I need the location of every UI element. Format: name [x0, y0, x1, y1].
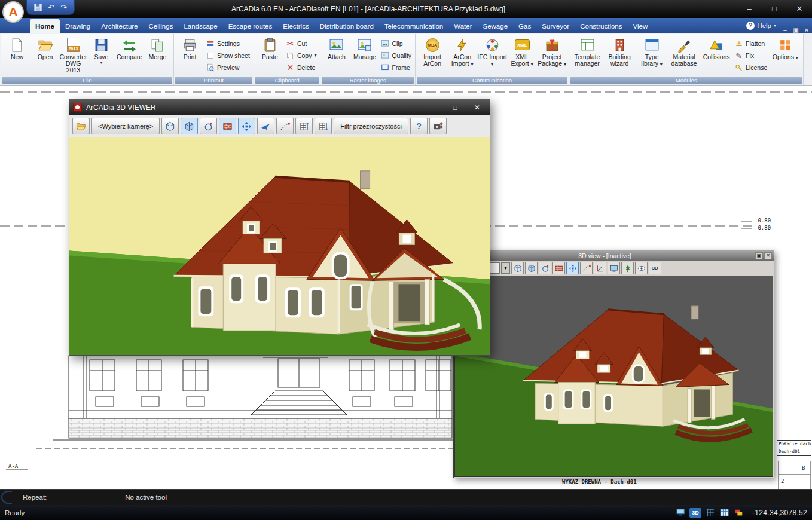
storey-down-button[interactable]: [315, 118, 332, 134]
flight-mode-button[interactable]: [257, 118, 274, 134]
document-restore-button[interactable]: ▣: [790, 27, 801, 33]
project-package-dropdown-icon[interactable]: ▾: [564, 62, 566, 67]
print-settings-button[interactable]: Settings: [204, 38, 252, 49]
orbit-button[interactable]: [200, 118, 217, 134]
open-button[interactable]: Open: [31, 35, 59, 60]
tab-landscape[interactable]: Landscape: [178, 19, 222, 33]
storey-up-button[interactable]: [295, 118, 313, 134]
viewer-minimize-button[interactable]: –: [424, 103, 442, 112]
save-dropdown-icon[interactable]: ▾: [100, 60, 102, 65]
redo-button[interactable]: ↷: [60, 4, 67, 11]
transparency-filter-button[interactable]: Filtr przezroczystości: [334, 118, 408, 134]
ifc-import-dropdown-icon[interactable]: ▾: [491, 62, 493, 67]
view-cube-alt-button[interactable]: [181, 118, 198, 134]
3d-view-titlebar[interactable]: 3D view - [Inactive] ▣ ✕: [454, 250, 774, 261]
camera-select-button[interactable]: <Wybierz kamerę>: [91, 118, 160, 134]
material-database-button[interactable]: Material database: [668, 35, 700, 67]
tab-constructions[interactable]: Constructions: [575, 19, 627, 33]
table-grid-icon[interactable]: [719, 508, 730, 518]
tab-drawing[interactable]: Drawing: [60, 19, 96, 33]
converter-dwg-button[interactable]: 2013 Converter DWG 2013: [59, 35, 87, 74]
paste-button[interactable]: Paste: [256, 35, 284, 60]
attach-button[interactable]: Attach: [322, 35, 350, 60]
quality-button[interactable]: Quality: [378, 50, 413, 61]
flatten-button[interactable]: Flatten: [732, 38, 769, 49]
print-button[interactable]: Print: [176, 35, 204, 60]
3d-view-close-button[interactable]: ✕: [764, 252, 772, 259]
template-manager-button[interactable]: Template manager: [571, 35, 603, 67]
tab-sewage[interactable]: Sewage: [478, 19, 514, 33]
tab-water[interactable]: Water: [448, 19, 477, 33]
save-quick-button[interactable]: [34, 4, 42, 11]
viewer-help-button[interactable]: ?: [410, 118, 428, 134]
display-button[interactable]: [608, 262, 620, 274]
tab-home[interactable]: Home: [30, 19, 60, 33]
compare-button[interactable]: Compare: [115, 35, 144, 60]
building-wizard-button[interactable]: Building wizard: [603, 35, 636, 67]
wall-view-button[interactable]: [219, 118, 236, 134]
show-sheet-button[interactable]: Show sheet: [204, 50, 252, 61]
viewer-close-button[interactable]: ✕: [468, 103, 486, 112]
tab-escape-routes[interactable]: Escape routes: [223, 19, 278, 33]
axes-button[interactable]: [594, 262, 606, 274]
xml-export-button[interactable]: XML XML Export ▾: [507, 35, 537, 67]
3d-toggle-icon[interactable]: 3D: [689, 508, 701, 518]
collisions-button[interactable]: Collisions: [700, 35, 732, 60]
view-cube-alt-button[interactable]: [525, 262, 538, 274]
ifc-import-button[interactable]: IFC Import ▾: [477, 35, 507, 67]
document-close-button[interactable]: ✕: [801, 27, 812, 33]
copy-button[interactable]: Copy ▾: [284, 50, 319, 61]
fix-button[interactable]: ✎ Fix: [732, 50, 769, 61]
tab-surveyor[interactable]: Surveyor: [536, 19, 575, 33]
help-menu[interactable]: ? Help ▾: [746, 18, 780, 33]
tab-electrics[interactable]: Electrics: [277, 19, 314, 33]
camera-combo-arrow-icon[interactable]: ▾: [501, 262, 510, 274]
save-button[interactable]: Save ▾: [87, 35, 115, 65]
type-library-dropdown-icon[interactable]: ▾: [660, 62, 663, 67]
options-button[interactable]: Options ▾: [769, 35, 801, 60]
layers-icon[interactable]: [733, 508, 744, 518]
merge-button[interactable]: Merge: [144, 35, 172, 60]
print-preview-button[interactable]: Preview: [204, 62, 252, 73]
wall-view-button[interactable]: [552, 262, 565, 274]
undo-button[interactable]: ↶: [48, 4, 54, 11]
snap-grid-icon[interactable]: [704, 508, 716, 518]
pan-button[interactable]: [566, 262, 579, 274]
pan-button[interactable]: [238, 118, 255, 134]
options-dropdown-icon[interactable]: ▾: [796, 55, 798, 60]
view-cube-button[interactable]: [161, 118, 179, 134]
xml-export-dropdown-icon[interactable]: ▾: [531, 62, 533, 67]
copy-dropdown-icon[interactable]: ▾: [314, 53, 316, 58]
viewport-monitor-icon[interactable]: [675, 508, 686, 518]
clip-button[interactable]: Clip: [378, 38, 413, 49]
arcadia-logo[interactable]: A: [2, 1, 24, 23]
tab-architecture[interactable]: Architecture: [96, 19, 143, 33]
capture-camera-button[interactable]: [429, 118, 447, 134]
command-bar[interactable]: Repeat: No active tool: [0, 489, 812, 505]
viewer-maximize-button[interactable]: □: [446, 103, 464, 112]
walk-path-button[interactable]: [580, 262, 593, 274]
open-scene-button[interactable]: [72, 118, 90, 134]
orbit-button[interactable]: [539, 262, 551, 274]
drawing-canvas[interactable]: -0.80 -0.80 A-A WYKAZ DREWNA - Dach-d01 …: [0, 86, 812, 489]
tab-gas[interactable]: Gas: [513, 19, 536, 33]
3d-view-window[interactable]: 3D view - [Inactive] ▣ ✕ t camera> ▾ 3D: [453, 250, 774, 478]
arcon-import-button[interactable]: ArCon Import ▾: [447, 35, 477, 67]
3d-mode-button[interactable]: 3D: [649, 262, 661, 274]
viewer-titlebar[interactable]: ArCADia-3D VIEWER – □ ✕: [69, 99, 490, 115]
cut-button[interactable]: ✂ Cut: [284, 38, 319, 49]
manage-button[interactable]: Manage: [350, 35, 378, 60]
tab-ceilings[interactable]: Ceilings: [144, 19, 179, 33]
arcadia-3d-viewer-window[interactable]: ArCADia-3D VIEWER – □ ✕ <Wybierz kamerę>…: [69, 99, 490, 356]
camera-eye-button[interactable]: [635, 262, 648, 274]
3d-view-restore-button[interactable]: ▣: [755, 252, 763, 259]
new-button[interactable]: New: [3, 35, 31, 60]
titlebar[interactable]: A ↶ ↷ ArCADia 6.0 EN - ArCADiasoft EN [L…: [0, 0, 812, 18]
license-button[interactable]: License: [732, 62, 769, 73]
walk-path-button[interactable]: [276, 118, 294, 134]
tab-telecommunication[interactable]: Telecommunication: [379, 19, 448, 33]
tab-distribution-board[interactable]: Distribution board: [315, 19, 379, 33]
maximize-button[interactable]: □: [762, 0, 787, 18]
project-package-button[interactable]: Project Package ▾: [537, 35, 567, 67]
arcon-import-dropdown-icon[interactable]: ▾: [471, 62, 473, 67]
